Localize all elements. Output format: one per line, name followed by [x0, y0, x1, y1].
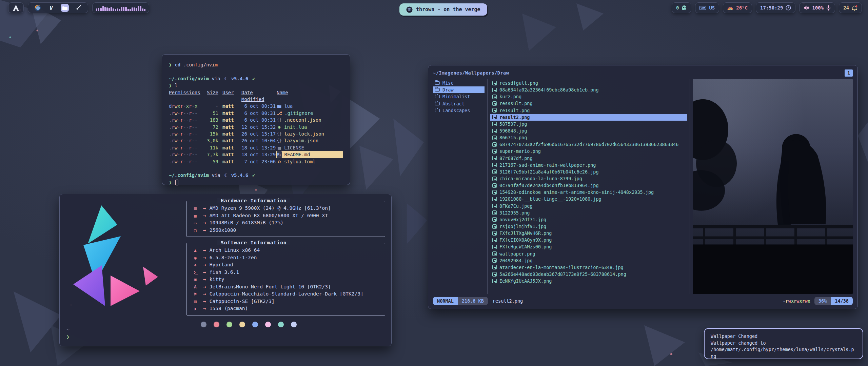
input-line[interactable]: ❯ — [169, 179, 343, 186]
file-name: 154928-odinokoe_anime-art-anime-okno-sin… — [499, 189, 654, 195]
sidebar-folder[interactable]: Minimalist — [433, 93, 485, 100]
folder-icon — [277, 105, 282, 108]
file-row[interactable]: EeNKYgIUcAAJ5JX.png — [490, 278, 687, 284]
firefox-icon[interactable] — [34, 4, 42, 12]
arrow-icon — [203, 227, 206, 234]
fetch-row: 868x366 — [191, 227, 381, 234]
permissions: .rw-r--r-- — [169, 130, 203, 137]
file-row[interactable]: ressdfgult.png — [490, 80, 687, 86]
keyboard-layout-widget[interactable]: US — [695, 2, 719, 13]
json-icon — [277, 137, 282, 144]
file-row[interactable]: rsjqojlmjhf91.jpg — [490, 223, 687, 230]
weather-widget[interactable]: 26°C — [723, 2, 752, 13]
file-row[interactable]: 154928-odinokoe_anime-art-anime-okno-sin… — [490, 189, 687, 196]
speaker-icon — [804, 5, 809, 11]
sidebar-folder[interactable]: Abstract — [433, 100, 485, 107]
file-row[interactable]: 587597.jpg — [490, 121, 687, 127]
file-date: 6 oct 00:31 — [238, 110, 276, 117]
image-file-icon — [492, 122, 497, 126]
image-file-icon — [492, 251, 497, 256]
mode-badge: NORMAL — [433, 297, 458, 305]
file-row[interactable]: 08a634fa02a32364f69ebc86a98eb1eb.png — [490, 86, 687, 93]
file-name: nnvuv0xj2df71.jpg — [499, 217, 546, 222]
sidebar-folder[interactable]: Draw — [433, 86, 485, 93]
image-file-icon — [492, 108, 497, 113]
image-file-icon — [492, 258, 497, 263]
file-row[interactable]: 5a266e448add93deab367d87173e9f25-6837886… — [490, 271, 687, 278]
file-row[interactable]: 217167-sad-anime-rain-wallpaper.png — [490, 162, 687, 168]
file-row[interactable]: resssult.png — [490, 100, 687, 107]
file-row[interactable]: 20492984.jpg — [490, 257, 687, 264]
spotify-nowplaying[interactable]: thrown - on the verge — [399, 3, 487, 16]
file-row[interactable]: FXfcJlTXgAMvH6R.png — [490, 230, 687, 237]
file-row[interactable]: FXfcII0X0AQyn9X.png — [490, 237, 687, 243]
file-row[interactable]: atardecer-en-la-montanas-ilustracion-634… — [490, 264, 687, 271]
file-row[interactable]: re1sult.png — [490, 107, 687, 114]
topbar-right: 0 US 26°C 17:50:29 — [672, 2, 862, 13]
file-manager-icon[interactable] — [61, 4, 69, 12]
lua-icon — [277, 124, 282, 130]
file-name: 587597.jpg — [499, 121, 527, 127]
image-file-icon — [492, 163, 497, 167]
volume-widget[interactable]: 100% — [799, 2, 835, 13]
table-row: .rw-r--r-- 3,0k matt 26 oct 10:04 lazyvi… — [169, 137, 343, 144]
file-row[interactable]: 866715.png — [490, 134, 687, 141]
sidebar-folder[interactable]: Misc — [433, 80, 485, 86]
file-row[interactable]: result2.png — [490, 114, 687, 121]
nowplaying-label: thrown - on the verge — [416, 6, 480, 13]
parent-directory-pane: Misc Draw Minimalist Abstract — [433, 79, 485, 294]
launcher-button[interactable] — [8, 2, 24, 13]
hardware-info-box: Hardware Information AMD Ryzen 9 5900X (… — [186, 201, 385, 237]
palette-dot — [239, 322, 245, 327]
time: 17:50:29 — [760, 5, 783, 11]
notifications-widget[interactable]: 24 — [839, 2, 862, 13]
folder-name: Abstract — [442, 101, 465, 106]
file-name: kurz.png — [499, 94, 521, 99]
notification-toast[interactable]: Wallpaper Changed Wallpaper changed to /… — [704, 328, 863, 359]
palette-dot — [201, 322, 206, 327]
file-name: 596848.jpg — [499, 128, 527, 134]
command-line: ❯l — [169, 82, 343, 89]
file-size: 59 — [203, 158, 218, 165]
file-size: 51 — [203, 110, 218, 117]
file-date: 6 oct 00:31 — [238, 117, 276, 123]
file-row[interactable]: FXfcHgcWIAMzs0G.png — [490, 243, 687, 250]
file-row[interactable]: 596848.jpg — [490, 127, 687, 134]
file-manager-window[interactable]: ~/Imagenes/Wallpapers/Draw 1 Misc Draw — [428, 65, 858, 309]
file-owner: matt — [218, 103, 238, 109]
visualizer-bar — [136, 8, 137, 11]
markdown-icon — [277, 151, 282, 158]
file-row[interactable]: 3126f7e9bbf21a8a4af0b67b041c6e26.jpg — [490, 168, 687, 175]
arrow-icon — [203, 212, 206, 220]
keyboard-layout: US — [709, 5, 715, 11]
file-size: 3,0k — [203, 137, 218, 144]
paintbrush-icon[interactable] — [74, 4, 82, 12]
file-row[interactable]: kurz.png — [490, 93, 687, 100]
visualizer-bar — [142, 8, 143, 11]
file-row[interactable]: 19201080-__blue-tinge__-1920×1080.jpg — [490, 196, 687, 202]
tab-indicator[interactable]: 1 — [845, 69, 853, 77]
file-owner: matt — [218, 137, 238, 144]
fetch-value: Hyprland — [210, 261, 233, 269]
file-row[interactable]: wallpaper.png — [490, 250, 687, 257]
clock-widget[interactable]: 17:50:29 — [756, 2, 795, 13]
sidebar-folder[interactable]: Landscapes — [433, 107, 485, 114]
file-row[interactable]: 87r687df.png — [490, 155, 687, 162]
vim-icon[interactable]: V — [47, 4, 55, 12]
notification-title: Wallpaper Changed — [711, 333, 856, 340]
file-row[interactable]: 8FKa7Cu.jpeg — [490, 203, 687, 209]
image-file-icon — [492, 183, 497, 188]
spotify-icon — [406, 6, 413, 13]
file-row[interactable]: 0c794faf07de24a4db4d4fb1eb813964.jpg — [490, 182, 687, 189]
table-row: .rw-r--r-- 7,7k matt 18 oct 13:29 README… — [169, 151, 343, 158]
file-row[interactable]: super-mario.png — [490, 148, 687, 155]
file-row[interactable]: chica-mirando-la-luna-8799.jpg — [490, 175, 687, 182]
fetch-window[interactable]: Hardware Information AMD Ryzen 9 5900X (… — [59, 194, 392, 346]
visualizer-bar — [125, 7, 126, 11]
file-row[interactable]: 3122955.png — [490, 209, 687, 216]
file-row[interactable]: nnvuv0xj2df71.jpg — [490, 216, 687, 223]
updates-widget[interactable]: 0 — [672, 2, 691, 13]
file-row[interactable]: 68747470733a2f2f696d616765732d7769786d70… — [490, 141, 687, 148]
terminal-window[interactable]: ❯cd .config/nvim ~/.config/nvim via v5.4… — [162, 54, 350, 185]
kernel-icon — [191, 254, 200, 262]
